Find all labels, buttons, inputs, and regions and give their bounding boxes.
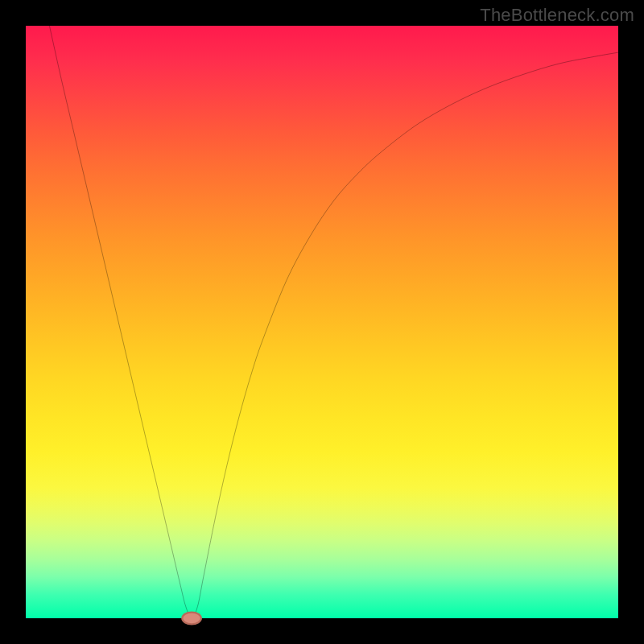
curve-path	[49, 26, 618, 618]
chart-area	[26, 26, 618, 618]
optimum-marker	[182, 613, 201, 625]
bottleneck-curve	[26, 26, 618, 618]
watermark-text: TheBottleneck.com	[480, 5, 634, 26]
